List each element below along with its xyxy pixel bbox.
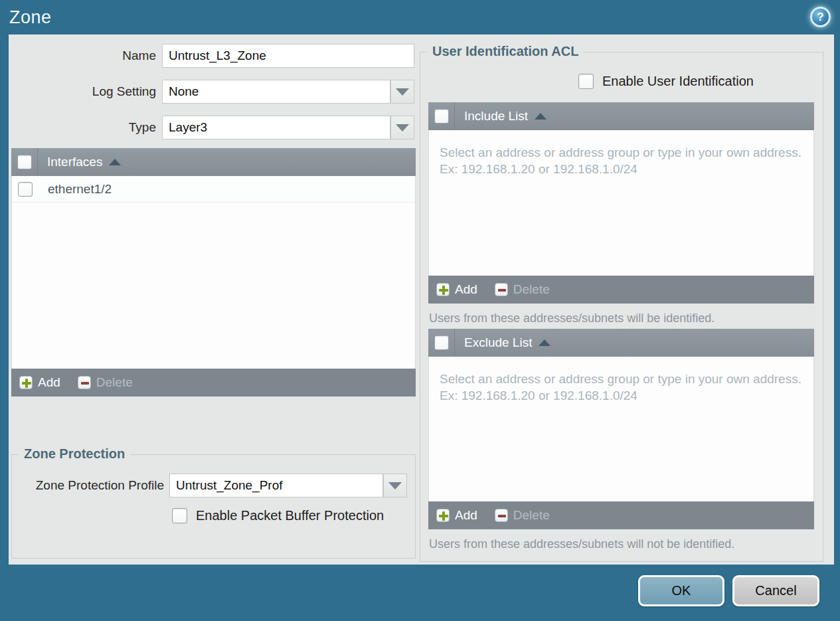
log-setting-dropdown-button[interactable]	[390, 80, 414, 104]
zone-protection-profile-dropdown-button[interactable]	[383, 474, 407, 497]
ok-button[interactable]: OK	[638, 575, 724, 606]
exclude-list-caption: Users from these addresses/subnets will …	[429, 537, 734, 551]
enable-user-identification-row: Enable User Identification	[578, 74, 754, 89]
packet-buffer-protection-label: Enable Packet Buffer Protection	[196, 508, 384, 523]
sort-ascending-icon[interactable]	[539, 339, 550, 346]
interfaces-column-header[interactable]: Interfaces	[47, 155, 102, 169]
name-label: Name	[10, 44, 156, 68]
enable-user-identification-label: Enable User Identification	[602, 74, 754, 89]
include-list-delete-button[interactable]: Delete	[495, 282, 550, 297]
exclude-list-placeholder: Select an address or address group or ty…	[429, 357, 813, 404]
cancel-button[interactable]: Cancel	[732, 575, 819, 606]
interfaces-table-toolbar: Add Delete	[11, 369, 416, 397]
exclude-list-add-button[interactable]: Add	[436, 508, 477, 523]
interface-name: ethernet1/2	[48, 182, 112, 197]
interfaces-delete-button[interactable]: Delete	[78, 375, 133, 390]
enable-user-identification-checkbox[interactable]	[578, 74, 594, 89]
include-list-toolbar: Add Delete	[428, 276, 814, 304]
name-input[interactable]	[162, 44, 414, 68]
packet-buffer-protection-checkbox[interactable]	[172, 508, 187, 523]
interfaces-table-body: ethernet1/2	[11, 176, 416, 369]
zone-protection-profile-label: Zone Protection Profile	[18, 474, 164, 497]
exclude-list-body[interactable]: Select an address or address group or ty…	[428, 357, 814, 501]
log-setting-label: Log Setting	[10, 80, 156, 104]
log-setting-dropdown[interactable]: None	[162, 80, 390, 104]
user-identification-acl-legend: User Identification ACL	[427, 44, 584, 59]
help-icon[interactable]: ?	[810, 7, 831, 27]
type-label: Type	[10, 116, 156, 139]
include-list-placeholder: Select an address or address group or ty…	[429, 130, 813, 177]
include-list-column-header[interactable]: Include List	[464, 109, 528, 124]
exclude-list-select-all-checkbox[interactable]	[434, 335, 449, 350]
include-list-body[interactable]: Select an address or address group or ty…	[428, 130, 814, 276]
delete-minus-icon	[495, 509, 508, 522]
packet-buffer-protection-row: Enable Packet Buffer Protection	[172, 508, 384, 523]
add-plus-icon	[436, 509, 450, 522]
chevron-down-icon	[388, 482, 402, 489]
add-plus-icon	[436, 283, 450, 296]
interface-row-checkbox[interactable]	[18, 182, 33, 197]
zone-protection-legend: Zone Protection	[19, 446, 130, 462]
dialog-title: Zone	[9, 7, 52, 28]
exclude-list-delete-button[interactable]: Delete	[495, 508, 550, 523]
chevron-down-icon	[396, 124, 409, 132]
type-dropdown[interactable]: Layer3	[162, 116, 390, 139]
interfaces-select-all-checkbox[interactable]	[17, 155, 32, 169]
add-plus-icon	[19, 376, 33, 389]
include-list-header: Include List	[428, 102, 814, 130]
interfaces-add-button[interactable]: Add	[19, 375, 60, 390]
delete-minus-icon	[78, 376, 91, 389]
zone-protection-profile-dropdown[interactable]: Untrust_Zone_Prof	[169, 474, 383, 497]
exclude-list-toolbar: Add Delete	[428, 501, 814, 529]
dialog-body: Name Log Setting None Type Layer3 Interf…	[9, 35, 834, 565]
dialog-titlebar: Zone ?	[0, 0, 840, 35]
zone-dialog: Zone ? Name Log Setting None Type Layer3…	[0, 0, 840, 621]
chevron-down-icon	[396, 88, 409, 96]
delete-minus-icon	[495, 283, 508, 296]
include-list-caption: Users from these addresses/subnets will …	[429, 311, 714, 325]
include-list-select-all-checkbox[interactable]	[434, 109, 449, 124]
interface-row[interactable]: ethernet1/2	[12, 176, 415, 203]
sort-ascending-icon[interactable]	[535, 113, 546, 120]
zone-protection-section: Zone Protection	[11, 454, 416, 559]
interfaces-table-header: Interfaces	[11, 148, 416, 176]
include-list-add-button[interactable]: Add	[436, 282, 477, 297]
sort-ascending-icon[interactable]	[109, 159, 121, 165]
type-dropdown-button[interactable]	[390, 116, 414, 139]
exclude-list-header: Exclude List	[428, 329, 814, 357]
exclude-list-column-header[interactable]: Exclude List	[464, 335, 532, 350]
